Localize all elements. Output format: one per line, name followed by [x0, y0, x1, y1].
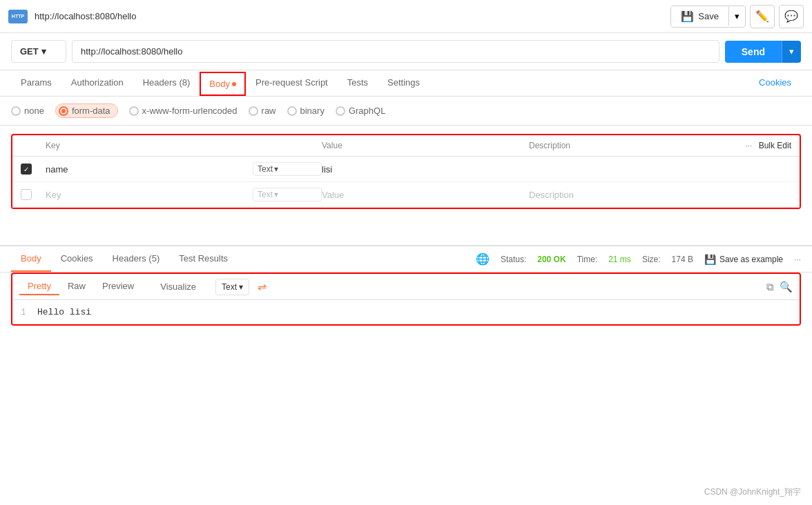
- tab-cookies[interactable]: Cookies: [749, 70, 801, 96]
- url-input[interactable]: [72, 40, 719, 63]
- save-dropdown-button[interactable]: ▾: [728, 7, 745, 26]
- header-key: Key: [46, 141, 253, 150]
- radio-none[interactable]: none: [11, 106, 44, 116]
- response-more-button[interactable]: ···: [794, 255, 801, 264]
- time-label: Time:: [577, 255, 598, 264]
- method-select[interactable]: GET ▾: [11, 40, 66, 63]
- watermark: CSDN @JohnKnight_翔宇: [704, 486, 801, 498]
- line-content-1: Hello lisi: [37, 307, 91, 317]
- tab-authorization[interactable]: Authorization: [61, 70, 133, 96]
- empty-table-row: Key Text ▾ Value Description: [12, 182, 800, 208]
- body-type-bar: none form-data x-www-form-urlencoded raw…: [0, 97, 812, 126]
- view-tab-visualize[interactable]: Visualize: [152, 279, 204, 295]
- empty-type-chevron: ▾: [274, 190, 278, 199]
- radio-urlencoded[interactable]: x-www-form-urlencoded: [129, 106, 238, 116]
- empty-type-label: Text: [258, 190, 273, 199]
- format-chevron: ▾: [239, 282, 243, 292]
- method-chevron: ▾: [41, 46, 46, 57]
- view-tab-pretty[interactable]: Pretty: [19, 278, 59, 295]
- time-value: 21 ms: [608, 255, 631, 264]
- row-value[interactable]: lisi: [322, 164, 332, 175]
- status-label: Status:: [501, 255, 526, 264]
- table-row: ✓ name Text ▾ lisi: [12, 157, 800, 182]
- row-type-chevron: ▾: [274, 164, 278, 174]
- response-format-bar: Pretty Raw Preview Visualize Text ▾ ⇌ ⧉ …: [12, 274, 800, 300]
- response-viewer: Pretty Raw Preview Visualize Text ▾ ⇌ ⧉ …: [11, 273, 801, 326]
- tab-headers[interactable]: Headers (8): [133, 70, 200, 96]
- row-check-col: ✓: [21, 164, 46, 175]
- row-type-label: Text: [258, 164, 273, 174]
- size-value: 174 B: [672, 255, 693, 264]
- comment-icon-button[interactable]: 💬: [779, 5, 804, 28]
- resp-tab-body[interactable]: Body: [11, 246, 51, 272]
- format-label: Text: [222, 282, 237, 292]
- radio-none-label: none: [24, 106, 44, 116]
- tab-params[interactable]: Params: [11, 70, 61, 96]
- header-value: Value: [322, 141, 529, 150]
- more-icon[interactable]: ···: [745, 141, 752, 150]
- view-type-tabs: Pretty Raw Preview: [19, 278, 142, 295]
- empty-desc-placeholder[interactable]: Description: [529, 190, 574, 200]
- empty-checkbox[interactable]: [21, 189, 32, 200]
- empty-type-cell: Text ▾: [253, 188, 322, 201]
- tab-tests[interactable]: Tests: [338, 70, 378, 96]
- save-button-group: 💾 Save ▾: [670, 6, 746, 28]
- radio-graphql-circle: [336, 106, 345, 116]
- empty-value-cell: Value: [322, 190, 529, 200]
- response-code-content: 1 Hello lisi: [12, 300, 800, 324]
- size-label: Size:: [642, 255, 661, 264]
- resp-tab-headers[interactable]: Headers (5): [103, 246, 170, 272]
- spacer: [0, 217, 812, 231]
- empty-type-selector[interactable]: Text ▾: [253, 188, 322, 201]
- radio-binary[interactable]: binary: [287, 106, 325, 116]
- method-label: GET: [20, 46, 39, 57]
- view-tab-raw[interactable]: Raw: [59, 278, 94, 295]
- tab-prerequest[interactable]: Pre-request Script: [246, 70, 338, 96]
- copy-icon[interactable]: ⧉: [766, 281, 774, 293]
- radio-form-data-inner: [61, 109, 66, 113]
- header-description: Description: [529, 141, 736, 150]
- radio-form-data-circle: [59, 106, 68, 116]
- save-button[interactable]: 💾 Save: [671, 6, 728, 27]
- edit-icon-button[interactable]: ✏️: [750, 5, 775, 28]
- radio-form-data-label: form-data: [72, 106, 110, 116]
- radio-graphql[interactable]: GraphQL: [336, 106, 385, 116]
- row-key-value[interactable]: name: [46, 164, 68, 175]
- empty-check-col: [21, 189, 46, 200]
- empty-value-placeholder[interactable]: Value: [322, 190, 344, 200]
- row-checkbox[interactable]: ✓: [21, 164, 32, 175]
- format-dropdown[interactable]: Text ▾: [215, 279, 249, 295]
- radio-none-circle: [11, 106, 21, 116]
- search-icon[interactable]: 🔍: [780, 281, 793, 293]
- empty-key-placeholder[interactable]: Key: [46, 190, 61, 200]
- save-example-button[interactable]: 💾 Save as example: [704, 254, 783, 265]
- bulk-edit-button[interactable]: Bulk Edit: [759, 141, 791, 150]
- http-icon: HTTP: [8, 10, 28, 23]
- status-value: 200 OK: [537, 255, 566, 264]
- tab-body[interactable]: Body: [200, 72, 246, 96]
- send-dropdown-button[interactable]: ▾: [782, 41, 801, 63]
- resp-tab-cookies[interactable]: Cookies: [51, 246, 103, 272]
- row-type-selector[interactable]: Text ▾: [253, 162, 322, 176]
- radio-raw-circle: [249, 106, 258, 116]
- response-action-icons: ⧉ 🔍: [766, 281, 793, 293]
- response-tabs-bar: Body Cookies Headers (5) Test Results 🌐 …: [0, 245, 812, 273]
- row-value-cell: lisi: [322, 164, 529, 175]
- radio-form-data[interactable]: form-data: [55, 103, 118, 118]
- url-bar: GET ▾ Send ▾: [0, 33, 812, 70]
- top-bar: HTTP http://localhost:8080/hello 💾 Save …: [0, 0, 812, 33]
- radio-binary-label: binary: [300, 106, 325, 116]
- tab-settings[interactable]: Settings: [378, 70, 429, 96]
- empty-key-cell: Key: [46, 190, 253, 200]
- radio-raw-label: raw: [262, 106, 276, 116]
- radio-urlencoded-circle: [129, 106, 139, 116]
- code-line-1: 1 Hello lisi: [12, 303, 800, 321]
- send-button[interactable]: Send: [725, 41, 782, 63]
- body-tab-label: Body: [209, 79, 230, 89]
- resp-tab-test-results[interactable]: Test Results: [169, 246, 238, 272]
- radio-urlencoded-label: x-www-form-urlencoded: [142, 106, 238, 116]
- response-status-bar: 🌐 Status: 200 OK Time: 21 ms Size: 174 B…: [476, 253, 801, 266]
- radio-raw[interactable]: raw: [249, 106, 276, 116]
- view-tab-preview[interactable]: Preview: [94, 278, 142, 295]
- wrap-icon[interactable]: ⇌: [258, 280, 267, 293]
